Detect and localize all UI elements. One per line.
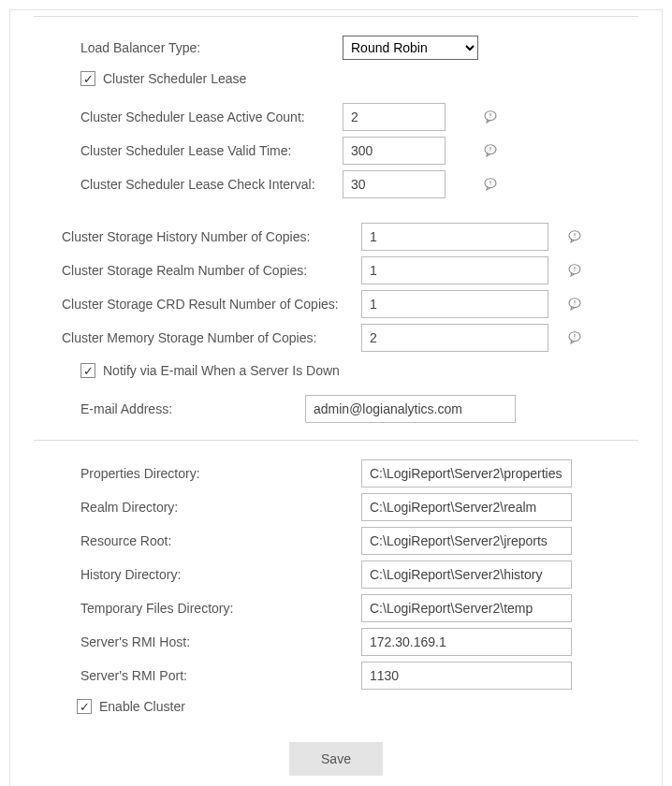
row-copies-history: Cluster Storage History Number of Copies… xyxy=(34,223,638,251)
enable-cluster-row: ✓ Enable Cluster xyxy=(34,699,638,714)
row-lease-active: Cluster Scheduler Lease Active Count: xyxy=(34,103,638,131)
svg-point-7 xyxy=(489,184,490,185)
copies-history-input[interactable] xyxy=(361,223,548,251)
help-icon[interactable] xyxy=(567,330,582,345)
copies-crd-label: Cluster Storage CRD Result Number of Cop… xyxy=(62,297,361,312)
enable-cluster-checkbox[interactable]: ✓ xyxy=(77,699,92,714)
cluster-lease-checkbox-row: ✓ Cluster Scheduler Lease xyxy=(34,71,638,86)
row-rmi-port: Server's RMI Port: xyxy=(34,662,638,690)
row-props-dir: Properties Directory: xyxy=(34,459,638,488)
svg-point-1 xyxy=(489,117,490,118)
copies-crd-input[interactable] xyxy=(361,290,548,318)
rmi-port-label: Server's RMI Port: xyxy=(80,668,361,683)
row-realm-dir: Realm Directory: xyxy=(34,493,638,521)
realm-dir-input[interactable] xyxy=(361,493,572,521)
row-copies-memory: Cluster Memory Storage Number of Copies: xyxy=(34,324,638,352)
help-icon[interactable] xyxy=(483,143,498,158)
lease-valid-input[interactable] xyxy=(343,137,446,165)
res-root-label: Resource Root: xyxy=(80,533,361,548)
svg-point-16 xyxy=(574,304,575,305)
svg-point-4 xyxy=(489,151,490,152)
lb-type-label: Load Balancer Type: xyxy=(80,40,343,55)
lease-check-label: Cluster Scheduler Lease Check Interval: xyxy=(80,177,343,192)
props-dir-label: Properties Directory: xyxy=(80,466,361,481)
rmi-host-input[interactable] xyxy=(361,628,572,656)
row-res-root: Resource Root: xyxy=(34,527,638,555)
copies-history-label: Cluster Storage History Number of Copies… xyxy=(62,229,361,244)
row-copies-crd: Cluster Storage CRD Result Number of Cop… xyxy=(34,290,638,318)
help-icon[interactable] xyxy=(567,229,582,244)
row-lb-type: Load Balancer Type: Round Robin xyxy=(34,36,638,60)
copies-memory-input[interactable] xyxy=(361,324,548,352)
hist-dir-label: History Directory: xyxy=(80,567,361,582)
save-button[interactable]: Save xyxy=(289,742,383,776)
email-input[interactable] xyxy=(305,395,516,423)
help-icon[interactable] xyxy=(483,177,498,192)
svg-point-19 xyxy=(574,338,575,339)
divider xyxy=(34,440,638,441)
temp-dir-input[interactable] xyxy=(361,594,572,622)
notify-checkbox-row: ✓ Notify via E-mail When a Server Is Dow… xyxy=(34,363,638,378)
notify-checkbox[interactable]: ✓ xyxy=(80,363,95,378)
lease-active-input[interactable] xyxy=(343,103,446,131)
row-copies-realm: Cluster Storage Realm Number of Copies: xyxy=(34,256,638,284)
lease-check-input[interactable] xyxy=(343,170,446,198)
help-icon[interactable] xyxy=(567,297,582,312)
copies-memory-label: Cluster Memory Storage Number of Copies: xyxy=(62,330,361,345)
hist-dir-input[interactable] xyxy=(361,560,572,589)
cluster-config-panel: Load Balancer Type: Round Robin ✓ Cluste… xyxy=(9,9,663,786)
realm-dir-label: Realm Directory: xyxy=(80,500,361,515)
copies-realm-label: Cluster Storage Realm Number of Copies: xyxy=(62,263,361,278)
help-icon[interactable] xyxy=(567,263,582,278)
email-label: E-mail Address: xyxy=(80,401,305,416)
rmi-host-label: Server's RMI Host: xyxy=(80,634,361,649)
res-root-input[interactable] xyxy=(361,527,572,555)
copies-realm-input[interactable] xyxy=(361,256,548,284)
divider xyxy=(34,16,638,17)
row-lease-check: Cluster Scheduler Lease Check Interval: xyxy=(34,170,638,198)
row-temp-dir: Temporary Files Directory: xyxy=(34,594,638,622)
row-hist-dir: History Directory: xyxy=(34,560,638,589)
cluster-lease-label: Cluster Scheduler Lease xyxy=(103,71,246,86)
button-row: Save xyxy=(34,742,638,776)
notify-label: Notify via E-mail When a Server Is Down xyxy=(103,363,340,378)
cluster-lease-checkbox[interactable]: ✓ xyxy=(80,71,95,86)
props-dir-input[interactable] xyxy=(361,459,572,488)
svg-point-13 xyxy=(574,270,575,271)
svg-point-10 xyxy=(574,237,575,238)
row-email: E-mail Address: xyxy=(34,395,638,423)
help-icon[interactable] xyxy=(483,109,498,124)
lease-valid-label: Cluster Scheduler Lease Valid Time: xyxy=(80,143,343,158)
lease-active-label: Cluster Scheduler Lease Active Count: xyxy=(80,109,343,124)
row-lease-valid: Cluster Scheduler Lease Valid Time: xyxy=(34,137,638,165)
lb-type-select[interactable]: Round Robin xyxy=(343,36,478,60)
rmi-port-input[interactable] xyxy=(361,662,572,690)
row-rmi-host: Server's RMI Host: xyxy=(34,628,638,656)
enable-cluster-label: Enable Cluster xyxy=(99,699,185,714)
temp-dir-label: Temporary Files Directory: xyxy=(80,601,361,616)
